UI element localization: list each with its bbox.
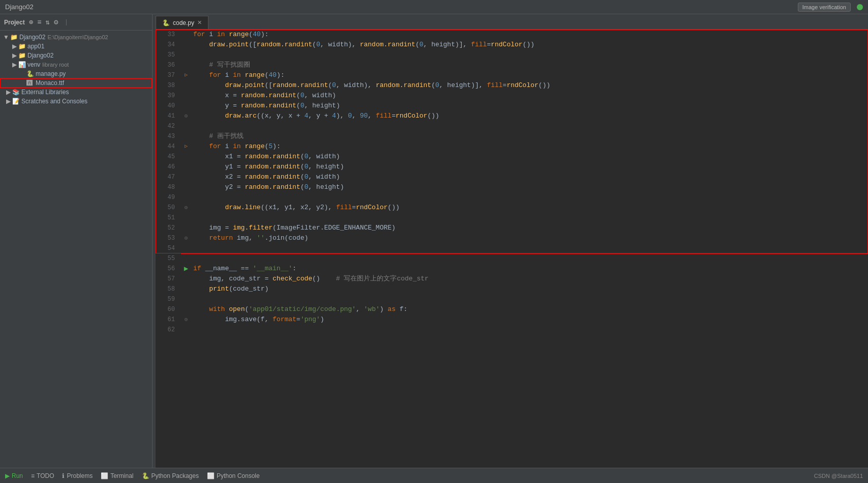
python-packages-button[interactable]: 🐍 Python Packages (142, 472, 199, 479)
run-green-circle (857, 4, 863, 10)
project-label: Project (4, 19, 25, 26)
code-line-48: 48 y2 = random.randint(0, height) (156, 182, 868, 192)
toolbar-divider: | (64, 18, 68, 26)
tree-root-django02[interactable]: ▼ 📁 Django02 E:\Djangoitem\Django02 (0, 33, 152, 42)
sidebar-item-manage-py[interactable]: ▶ 🐍 manage.py (0, 69, 152, 78)
sidebar: Project ⊕ ≡ ⇅ ⚙ | ▼ 📁 Django02 E:\Django… (0, 14, 153, 468)
problems-icon: ℹ (62, 472, 65, 479)
code-line-53: 53 ⊙ return img, ''.join(code) (156, 233, 868, 243)
venv-icon: 📊 (18, 61, 27, 68)
run-label: Run (12, 472, 23, 479)
venv-sublabel: library root (42, 62, 69, 68)
code-line-51: 51 (156, 213, 868, 223)
root-path: E:\Djangoitem\Django02 (47, 34, 108, 40)
todo-icon: ≡ (31, 472, 35, 479)
todo-label: TODO (37, 472, 54, 479)
code-line-58: 58 print(code_str) (156, 284, 868, 294)
root-arrow: ▼ (2, 34, 10, 41)
code-line-43: 43 # 画干扰线 (156, 131, 868, 141)
django02-sub-arrow: ▶ (10, 52, 18, 59)
code-line-42: 42 (156, 121, 868, 131)
monaco-ttf-icon: 🅰 (26, 79, 36, 87)
ext-libs-icon: 📚 (12, 89, 21, 96)
toolbar-icon4[interactable]: ⚙ (54, 18, 58, 26)
app01-folder-icon: 📁 (18, 43, 27, 50)
toolbar-icon1[interactable]: ⊕ (29, 18, 33, 26)
terminal-button[interactable]: ⬜ Terminal (101, 472, 133, 479)
code-line-41: 41 ⊙ draw.arc((x, y, x + 4, y + 4), 0, 9… (156, 111, 868, 121)
sidebar-item-external-libs[interactable]: ▶ 📚 External Libraries (0, 88, 152, 97)
code-line-45: 45 x1 = random.randint(0, width) (156, 152, 868, 162)
venv-arrow: ▶ (10, 61, 18, 68)
code-line-39: 39 x = random.randint(0, width) (156, 91, 868, 101)
manage-py-label: manage.py (36, 70, 66, 77)
tab-code-py[interactable]: 🐍 code.py ✕ (156, 16, 208, 29)
ext-libs-label: External Libraries (21, 89, 69, 96)
code-line-59: 59 (156, 294, 868, 304)
tab-close-btn[interactable]: ✕ (197, 19, 202, 26)
django02-sub-label: Django02 (27, 52, 53, 59)
code-line-34: 34 draw.point([random.randint(0, width),… (156, 40, 868, 50)
code-line-40: 40 y = random.randint(0, height) (156, 101, 868, 111)
code-line-44: 44 ▷ for i in range(5): (156, 141, 868, 152)
code-line-52: 52 img = img.filter(ImageFilter.EDGE_ENH… (156, 223, 868, 233)
titlebar-right: Image verification (798, 3, 863, 12)
code-line-35: 35 (156, 50, 868, 60)
monaco-ttf-label: Monaco.ttf (36, 79, 64, 87)
code-editor[interactable]: 33 for i in range(40): 34 draw.point([ra… (156, 30, 868, 468)
code-line-49: 49 (156, 192, 868, 203)
venv-label: venv (27, 61, 40, 68)
editor-area: 🐍 code.py ✕ 33 for i in range(40): (156, 14, 868, 468)
app01-arrow: ▶ (10, 43, 18, 50)
app-title: Django02 (5, 3, 34, 11)
scratches-arrow: ▶ (4, 98, 12, 105)
code-line-36: 36 # 写干扰圆圈 (156, 60, 868, 70)
app01-label: app01 (27, 43, 44, 50)
code-line-47: 47 x2 = random.randint(0, width) (156, 172, 868, 182)
todo-button[interactable]: ≡ TODO (31, 472, 54, 479)
run-button[interactable]: ▶ Run (5, 472, 23, 479)
sidebar-item-monaco-ttf[interactable]: ▶ 🅰 Monaco.ttf (0, 78, 152, 88)
code-line-37: 37 ▷ for i in range(40): (156, 70, 868, 80)
csdn-label: CSDN @Stara0511 (814, 473, 863, 479)
code-line-46: 46 y1 = random.randint(0, height) (156, 162, 868, 172)
python-console-label: Python Console (217, 472, 260, 479)
code-line-54: 54 (156, 243, 868, 253)
code-line-50: 50 ⊙ draw.line((x1, y1, x2, y2), fill=rn… (156, 203, 868, 213)
bottom-toolbar: ▶ Run ≡ TODO ℹ Problems ⬜ Terminal 🐍 Pyt… (0, 468, 868, 483)
sidebar-item-scratches[interactable]: ▶ 📝 Scratches and Consoles (0, 97, 152, 106)
terminal-label: Terminal (110, 472, 133, 479)
sidebar-item-app01[interactable]: ▶ 📁 app01 (0, 42, 152, 51)
image-verification-btn[interactable]: Image verification (798, 3, 851, 12)
titlebar: Django02 Image verification (0, 0, 868, 14)
code-line-62: 62 (156, 325, 868, 335)
main-container: Project ⊕ ≡ ⇅ ⚙ | ▼ 📁 Django02 E:\Django… (0, 14, 868, 468)
root-label: Django02 (19, 34, 45, 41)
code-line-55: 55 (156, 253, 868, 264)
run-icon: ▶ (5, 472, 10, 479)
code-content: 33 for i in range(40): 34 draw.point([ra… (156, 30, 868, 335)
toolbar-icon2[interactable]: ≡ (37, 18, 41, 26)
sidebar-toolbar: Project ⊕ ≡ ⇅ ⚙ | (0, 14, 152, 31)
sidebar-tree: ▼ 📁 Django02 E:\Djangoitem\Django02 ▶ 📁 … (0, 31, 152, 468)
terminal-icon: ⬜ (101, 472, 108, 479)
python-console-button[interactable]: ⬜ Python Console (207, 472, 260, 479)
code-line-56: 56 ▶ if __name__ == '__main__': (156, 264, 868, 274)
scratches-icon: 📝 (12, 98, 21, 105)
toolbar-icon3[interactable]: ⇅ (46, 18, 50, 26)
ext-libs-arrow: ▶ (4, 89, 12, 96)
problems-button[interactable]: ℹ Problems (62, 472, 93, 479)
tab-icon: 🐍 (162, 19, 170, 26)
code-line-61: 61 ⊙ img.save(f, format='png') (156, 315, 868, 325)
python-console-icon: ⬜ (207, 472, 215, 479)
code-line-60: 60 with open('app01/static/img/code.png'… (156, 304, 868, 315)
sidebar-item-venv[interactable]: ▶ 📊 venv library root (0, 60, 152, 69)
tab-bar: 🐍 code.py ✕ (156, 14, 868, 30)
sidebar-item-django02-sub[interactable]: ▶ 📁 Django02 (0, 51, 152, 60)
code-line-57: 57 img, code_str = check_code() # 写在图片上的… (156, 274, 868, 284)
code-line-38: 38 draw.point([random.randint(0, width),… (156, 80, 868, 91)
python-packages-label: Python Packages (152, 472, 199, 479)
manage-py-icon: 🐍 (26, 70, 36, 77)
problems-label: Problems (67, 472, 93, 479)
code-line-33: 33 for i in range(40): (156, 30, 868, 40)
